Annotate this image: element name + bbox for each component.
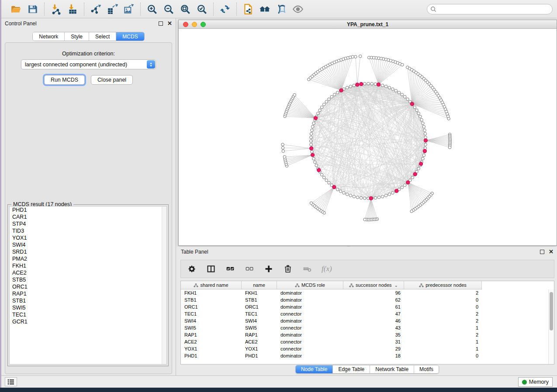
refresh-icon[interactable] xyxy=(218,2,232,16)
table-row[interactable]: STB1STB1dominator620 xyxy=(181,296,548,303)
cell-MCDS-role[interactable]: dominator xyxy=(277,318,343,323)
cell-predecessor-nodes[interactable]: 2 xyxy=(404,290,482,296)
mcds-result-item[interactable]: GCR1 xyxy=(10,318,166,325)
cell-predecessor-nodes[interactable]: 1 xyxy=(404,339,482,344)
new-network-from-file-icon[interactable] xyxy=(241,2,255,16)
cell-shared-name[interactable]: RAP1 xyxy=(181,332,242,337)
cell-successor-nodes[interactable]: 62 xyxy=(343,297,404,303)
tab-select[interactable]: Select xyxy=(89,32,116,41)
import-network-icon[interactable] xyxy=(49,2,63,16)
mcds-result-item[interactable]: TID3 xyxy=(10,227,166,234)
cell-name[interactable]: ACE2 xyxy=(242,339,277,344)
cell-name[interactable]: PHD1 xyxy=(242,353,277,358)
table-row[interactable]: YOX1YOX1connector291 xyxy=(181,345,548,352)
mcds-result-item[interactable]: PHD1 xyxy=(10,206,166,213)
cell-successor-nodes[interactable]: 43 xyxy=(343,325,404,330)
mcds-result-item[interactable]: YOX1 xyxy=(10,234,166,241)
column-header-successor-nodes[interactable]: successor nodes⌄ xyxy=(343,281,404,289)
float-panel-icon[interactable] xyxy=(159,21,163,26)
mcds-result-item[interactable]: ACE2 xyxy=(10,269,166,276)
cell-predecessor-nodes[interactable]: 2 xyxy=(404,311,482,316)
cell-MCDS-role[interactable]: connector xyxy=(277,339,343,344)
zoom-out-icon[interactable] xyxy=(162,2,176,16)
cell-shared-name[interactable]: FKH1 xyxy=(181,290,242,296)
cell-name[interactable]: FKH1 xyxy=(242,290,277,296)
show-eye-icon[interactable] xyxy=(291,2,305,16)
cell-name[interactable]: STB1 xyxy=(242,297,277,303)
first-neighbors-icon[interactable] xyxy=(258,2,272,16)
network-window-titlebar[interactable]: YPA_prune.txt_1 xyxy=(179,20,557,29)
mcds-list-scrollbar[interactable] xyxy=(162,206,166,364)
mcds-result-item[interactable]: RAP1 xyxy=(10,290,166,297)
columns-icon[interactable] xyxy=(206,264,216,274)
table-scrollbar[interactable] xyxy=(548,289,554,364)
zoom-selected-icon[interactable] xyxy=(195,2,209,16)
task-history-button[interactable] xyxy=(5,377,17,386)
mcds-result-item[interactable]: SWI4 xyxy=(10,241,166,248)
table-row[interactable]: SWI4SWI4dominator462 xyxy=(181,317,548,324)
cell-name[interactable]: YOX1 xyxy=(242,346,277,351)
cell-shared-name[interactable]: ACE2 xyxy=(181,339,242,344)
float-panel-icon[interactable] xyxy=(540,250,544,254)
close-panel-icon[interactable]: ✕ xyxy=(167,21,172,26)
close-panel-icon[interactable]: ✕ xyxy=(549,250,554,254)
cell-MCDS-role[interactable]: dominator xyxy=(277,353,343,358)
cell-predecessor-nodes[interactable]: 2 xyxy=(404,318,482,323)
tab-network-table[interactable]: Network Table xyxy=(370,365,414,373)
cell-successor-nodes[interactable]: 47 xyxy=(343,311,404,316)
cell-MCDS-role[interactable]: dominator xyxy=(277,304,343,309)
cell-predecessor-nodes[interactable]: 1 xyxy=(404,325,482,330)
cell-MCDS-role[interactable]: dominator xyxy=(277,332,343,337)
mcds-result-item[interactable]: STP4 xyxy=(10,220,166,227)
table-row[interactable]: PHD1PHD1dominator180 xyxy=(181,352,548,359)
table-row[interactable]: TEC1TEC1connector472 xyxy=(181,310,548,317)
mcds-result-item[interactable]: PMA2 xyxy=(10,255,166,262)
cell-successor-nodes[interactable]: 61 xyxy=(343,304,404,309)
cell-shared-name[interactable]: SWI4 xyxy=(181,318,242,323)
cell-shared-name[interactable]: STB1 xyxy=(181,297,242,303)
mcds-result-item[interactable]: ORC1 xyxy=(10,283,166,290)
table-scrollbar-thumb[interactable] xyxy=(550,292,553,330)
cell-MCDS-role[interactable]: dominator xyxy=(277,290,343,296)
zoom-in-icon[interactable] xyxy=(145,2,159,16)
mcds-result-item[interactable]: FKH1 xyxy=(10,262,166,269)
search-input[interactable] xyxy=(427,4,553,14)
tab-style[interactable]: Style xyxy=(65,32,89,41)
zoom-fit-icon[interactable] xyxy=(178,2,192,16)
column-header-MCDS-role[interactable]: MCDS role xyxy=(277,281,343,289)
cell-successor-nodes[interactable]: 31 xyxy=(343,339,404,344)
mcds-result-item[interactable]: TEC1 xyxy=(10,311,166,318)
tab-mcds[interactable]: MCDS xyxy=(116,32,144,41)
gear-icon[interactable] xyxy=(187,264,197,274)
tab-edge-table[interactable]: Edge Table xyxy=(333,365,370,373)
close-panel-button[interactable]: Close panel xyxy=(91,75,133,85)
export-image-icon[interactable] xyxy=(122,2,136,16)
cell-name[interactable]: SWI4 xyxy=(242,318,277,323)
open-folder-icon[interactable] xyxy=(9,2,23,16)
table-row[interactable]: FKH1FKH1dominator962 xyxy=(181,289,548,296)
cell-shared-name[interactable]: PHD1 xyxy=(181,353,242,358)
cell-MCDS-role[interactable]: connector xyxy=(277,346,343,351)
cell-name[interactable]: SWI5 xyxy=(242,325,277,330)
save-floppy-icon[interactable] xyxy=(26,2,40,16)
cell-predecessor-nodes[interactable]: 0 xyxy=(404,304,482,309)
cell-predecessor-nodes[interactable]: 2 xyxy=(404,332,482,337)
cell-name[interactable]: ORC1 xyxy=(242,304,277,309)
column-header-shared-name[interactable]: shared name xyxy=(181,281,242,289)
cell-successor-nodes[interactable]: 46 xyxy=(343,318,404,323)
table-row[interactable]: ACE2ACE2connector311 xyxy=(181,338,548,345)
cell-successor-nodes[interactable]: 29 xyxy=(343,346,404,351)
cell-name[interactable]: TEC1 xyxy=(242,311,277,316)
tab-network[interactable]: Network xyxy=(33,32,65,41)
tab-node-table[interactable]: Node Table xyxy=(296,365,333,373)
tab-motifs[interactable]: Motifs xyxy=(414,365,439,373)
cell-predecessor-nodes[interactable]: 0 xyxy=(404,353,482,358)
import-table-icon[interactable] xyxy=(66,2,80,16)
network-graph[interactable] xyxy=(179,29,557,245)
cell-shared-name[interactable]: ORC1 xyxy=(181,304,242,309)
column-header-predecessor-nodes[interactable]: predecessor nodes xyxy=(404,281,482,289)
cell-shared-name[interactable]: TEC1 xyxy=(181,311,242,316)
table-row[interactable]: SWI5SWI5connector431 xyxy=(181,324,548,331)
memory-button[interactable]: Memory xyxy=(518,377,553,387)
cell-name[interactable]: RAP1 xyxy=(242,332,277,337)
